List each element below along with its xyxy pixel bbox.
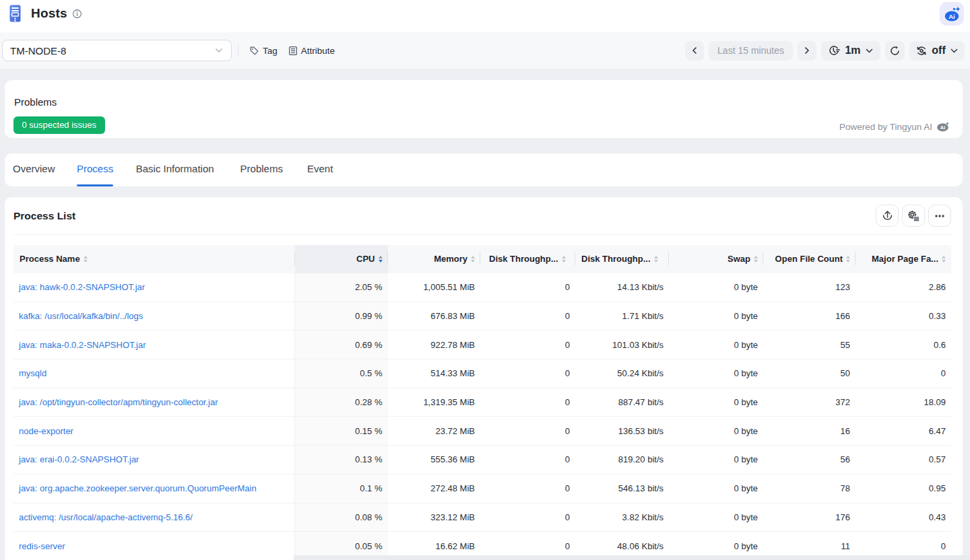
svg-text:Ai: Ai xyxy=(948,13,955,20)
svg-text:Ai: Ai xyxy=(940,125,946,131)
